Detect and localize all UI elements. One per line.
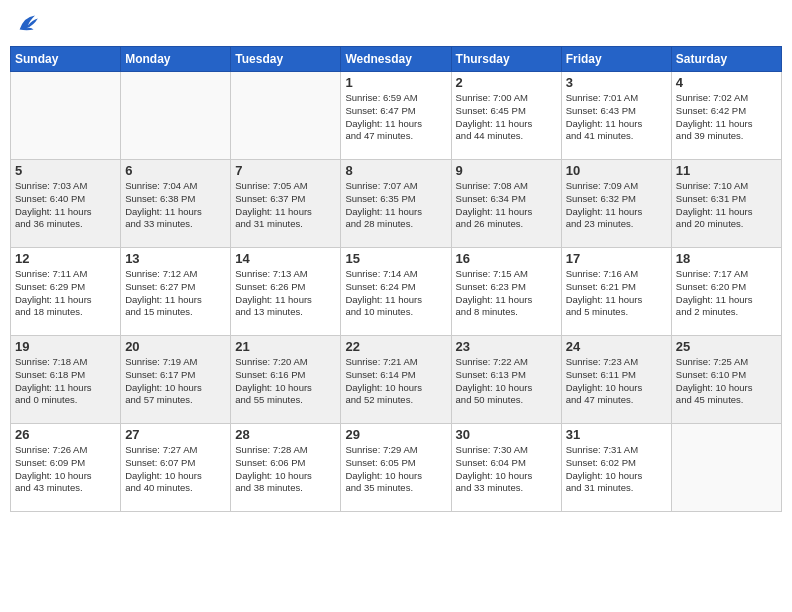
- day-info: Sunrise: 7:08 AM Sunset: 6:34 PM Dayligh…: [456, 180, 557, 231]
- header-thursday: Thursday: [451, 47, 561, 72]
- day-info: Sunrise: 7:13 AM Sunset: 6:26 PM Dayligh…: [235, 268, 336, 319]
- day-info: Sunrise: 7:02 AM Sunset: 6:42 PM Dayligh…: [676, 92, 777, 143]
- day-info: Sunrise: 7:11 AM Sunset: 6:29 PM Dayligh…: [15, 268, 116, 319]
- calendar-cell: [11, 72, 121, 160]
- calendar-cell: 3Sunrise: 7:01 AM Sunset: 6:43 PM Daylig…: [561, 72, 671, 160]
- day-number: 25: [676, 339, 777, 354]
- header-monday: Monday: [121, 47, 231, 72]
- calendar-cell: 11Sunrise: 7:10 AM Sunset: 6:31 PM Dayli…: [671, 160, 781, 248]
- day-number: 3: [566, 75, 667, 90]
- day-number: 16: [456, 251, 557, 266]
- day-info: Sunrise: 7:05 AM Sunset: 6:37 PM Dayligh…: [235, 180, 336, 231]
- calendar-cell: 27Sunrise: 7:27 AM Sunset: 6:07 PM Dayli…: [121, 424, 231, 512]
- day-info: Sunrise: 7:15 AM Sunset: 6:23 PM Dayligh…: [456, 268, 557, 319]
- week-row-2: 5Sunrise: 7:03 AM Sunset: 6:40 PM Daylig…: [11, 160, 782, 248]
- day-number: 28: [235, 427, 336, 442]
- calendar-cell: 26Sunrise: 7:26 AM Sunset: 6:09 PM Dayli…: [11, 424, 121, 512]
- day-number: 22: [345, 339, 446, 354]
- day-number: 13: [125, 251, 226, 266]
- calendar-cell: 21Sunrise: 7:20 AM Sunset: 6:16 PM Dayli…: [231, 336, 341, 424]
- day-info: Sunrise: 7:30 AM Sunset: 6:04 PM Dayligh…: [456, 444, 557, 495]
- calendar-cell: 24Sunrise: 7:23 AM Sunset: 6:11 PM Dayli…: [561, 336, 671, 424]
- day-number: 10: [566, 163, 667, 178]
- calendar-cell: 19Sunrise: 7:18 AM Sunset: 6:18 PM Dayli…: [11, 336, 121, 424]
- calendar-cell: 31Sunrise: 7:31 AM Sunset: 6:02 PM Dayli…: [561, 424, 671, 512]
- calendar-cell: 12Sunrise: 7:11 AM Sunset: 6:29 PM Dayli…: [11, 248, 121, 336]
- week-row-5: 26Sunrise: 7:26 AM Sunset: 6:09 PM Dayli…: [11, 424, 782, 512]
- calendar-cell: [671, 424, 781, 512]
- calendar-cell: 23Sunrise: 7:22 AM Sunset: 6:13 PM Dayli…: [451, 336, 561, 424]
- day-info: Sunrise: 7:26 AM Sunset: 6:09 PM Dayligh…: [15, 444, 116, 495]
- calendar-cell: 15Sunrise: 7:14 AM Sunset: 6:24 PM Dayli…: [341, 248, 451, 336]
- page-header: [10, 10, 782, 38]
- header-friday: Friday: [561, 47, 671, 72]
- day-info: Sunrise: 7:16 AM Sunset: 6:21 PM Dayligh…: [566, 268, 667, 319]
- day-info: Sunrise: 7:22 AM Sunset: 6:13 PM Dayligh…: [456, 356, 557, 407]
- day-number: 5: [15, 163, 116, 178]
- day-info: Sunrise: 7:17 AM Sunset: 6:20 PM Dayligh…: [676, 268, 777, 319]
- calendar-cell: 6Sunrise: 7:04 AM Sunset: 6:38 PM Daylig…: [121, 160, 231, 248]
- day-number: 24: [566, 339, 667, 354]
- calendar-cell: 29Sunrise: 7:29 AM Sunset: 6:05 PM Dayli…: [341, 424, 451, 512]
- day-number: 11: [676, 163, 777, 178]
- day-number: 21: [235, 339, 336, 354]
- day-info: Sunrise: 7:01 AM Sunset: 6:43 PM Dayligh…: [566, 92, 667, 143]
- day-number: 14: [235, 251, 336, 266]
- day-number: 15: [345, 251, 446, 266]
- day-number: 4: [676, 75, 777, 90]
- day-info: Sunrise: 7:14 AM Sunset: 6:24 PM Dayligh…: [345, 268, 446, 319]
- calendar-cell: 18Sunrise: 7:17 AM Sunset: 6:20 PM Dayli…: [671, 248, 781, 336]
- header-sunday: Sunday: [11, 47, 121, 72]
- calendar-cell: 7Sunrise: 7:05 AM Sunset: 6:37 PM Daylig…: [231, 160, 341, 248]
- calendar-cell: 30Sunrise: 7:30 AM Sunset: 6:04 PM Dayli…: [451, 424, 561, 512]
- week-row-4: 19Sunrise: 7:18 AM Sunset: 6:18 PM Dayli…: [11, 336, 782, 424]
- calendar-cell: 4Sunrise: 7:02 AM Sunset: 6:42 PM Daylig…: [671, 72, 781, 160]
- day-info: Sunrise: 7:27 AM Sunset: 6:07 PM Dayligh…: [125, 444, 226, 495]
- day-number: 27: [125, 427, 226, 442]
- day-info: Sunrise: 7:00 AM Sunset: 6:45 PM Dayligh…: [456, 92, 557, 143]
- calendar-cell: 10Sunrise: 7:09 AM Sunset: 6:32 PM Dayli…: [561, 160, 671, 248]
- calendar-cell: [121, 72, 231, 160]
- day-number: 1: [345, 75, 446, 90]
- day-info: Sunrise: 7:20 AM Sunset: 6:16 PM Dayligh…: [235, 356, 336, 407]
- day-info: Sunrise: 7:23 AM Sunset: 6:11 PM Dayligh…: [566, 356, 667, 407]
- day-number: 29: [345, 427, 446, 442]
- calendar-table: SundayMondayTuesdayWednesdayThursdayFrid…: [10, 46, 782, 512]
- calendar-cell: 8Sunrise: 7:07 AM Sunset: 6:35 PM Daylig…: [341, 160, 451, 248]
- calendar-header-row: SundayMondayTuesdayWednesdayThursdayFrid…: [11, 47, 782, 72]
- day-number: 8: [345, 163, 446, 178]
- day-info: Sunrise: 7:28 AM Sunset: 6:06 PM Dayligh…: [235, 444, 336, 495]
- day-info: Sunrise: 7:10 AM Sunset: 6:31 PM Dayligh…: [676, 180, 777, 231]
- calendar-cell: 14Sunrise: 7:13 AM Sunset: 6:26 PM Dayli…: [231, 248, 341, 336]
- day-number: 19: [15, 339, 116, 354]
- day-number: 30: [456, 427, 557, 442]
- day-info: Sunrise: 7:07 AM Sunset: 6:35 PM Dayligh…: [345, 180, 446, 231]
- calendar-cell: 2Sunrise: 7:00 AM Sunset: 6:45 PM Daylig…: [451, 72, 561, 160]
- logo: [14, 10, 44, 38]
- day-info: Sunrise: 7:19 AM Sunset: 6:17 PM Dayligh…: [125, 356, 226, 407]
- calendar-cell: 9Sunrise: 7:08 AM Sunset: 6:34 PM Daylig…: [451, 160, 561, 248]
- day-info: Sunrise: 7:29 AM Sunset: 6:05 PM Dayligh…: [345, 444, 446, 495]
- day-info: Sunrise: 7:09 AM Sunset: 6:32 PM Dayligh…: [566, 180, 667, 231]
- day-number: 31: [566, 427, 667, 442]
- day-number: 12: [15, 251, 116, 266]
- calendar-cell: 22Sunrise: 7:21 AM Sunset: 6:14 PM Dayli…: [341, 336, 451, 424]
- header-saturday: Saturday: [671, 47, 781, 72]
- week-row-1: 1Sunrise: 6:59 AM Sunset: 6:47 PM Daylig…: [11, 72, 782, 160]
- week-row-3: 12Sunrise: 7:11 AM Sunset: 6:29 PM Dayli…: [11, 248, 782, 336]
- calendar-cell: 1Sunrise: 6:59 AM Sunset: 6:47 PM Daylig…: [341, 72, 451, 160]
- day-info: Sunrise: 7:04 AM Sunset: 6:38 PM Dayligh…: [125, 180, 226, 231]
- calendar-cell: 13Sunrise: 7:12 AM Sunset: 6:27 PM Dayli…: [121, 248, 231, 336]
- calendar-cell: 20Sunrise: 7:19 AM Sunset: 6:17 PM Dayli…: [121, 336, 231, 424]
- day-info: Sunrise: 7:18 AM Sunset: 6:18 PM Dayligh…: [15, 356, 116, 407]
- day-number: 7: [235, 163, 336, 178]
- day-info: Sunrise: 7:31 AM Sunset: 6:02 PM Dayligh…: [566, 444, 667, 495]
- day-info: Sunrise: 7:12 AM Sunset: 6:27 PM Dayligh…: [125, 268, 226, 319]
- calendar-cell: 5Sunrise: 7:03 AM Sunset: 6:40 PM Daylig…: [11, 160, 121, 248]
- calendar-cell: 16Sunrise: 7:15 AM Sunset: 6:23 PM Dayli…: [451, 248, 561, 336]
- calendar-cell: 25Sunrise: 7:25 AM Sunset: 6:10 PM Dayli…: [671, 336, 781, 424]
- calendar-cell: 28Sunrise: 7:28 AM Sunset: 6:06 PM Dayli…: [231, 424, 341, 512]
- day-number: 6: [125, 163, 226, 178]
- day-info: Sunrise: 7:03 AM Sunset: 6:40 PM Dayligh…: [15, 180, 116, 231]
- day-info: Sunrise: 6:59 AM Sunset: 6:47 PM Dayligh…: [345, 92, 446, 143]
